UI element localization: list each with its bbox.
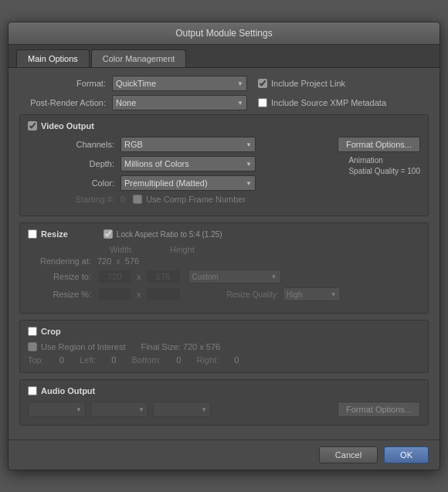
format-select-wrapper: QuickTime (112, 76, 247, 91)
lock-aspect-checkbox-label: Lock Aspect Ratio to 5:4 (1.25) (104, 229, 222, 239)
starting-value: 0 (120, 195, 125, 204)
rendering-at-row: Rendering at: 720 x 576 (28, 256, 420, 266)
crop-top-value: 0 (59, 355, 64, 365)
cancel-button[interactable]: Cancel (319, 446, 378, 463)
format-select[interactable]: QuickTime (112, 76, 247, 91)
animation-info-line1: Animation (348, 155, 420, 166)
crop-left-label: Left: (80, 355, 96, 365)
include-project-link-checkbox[interactable] (258, 79, 267, 88)
final-size-label: Final Size: 720 x 576 (141, 342, 220, 351)
color-select-wrapper: Premultiplied (Matted) (120, 175, 256, 191)
channels-row: Channels: RGB (28, 137, 338, 152)
resize-quality-label: Resize Quality: (227, 290, 279, 299)
resize-to-row: Resize to: x Custom (28, 270, 420, 283)
crop-title: Crop (41, 327, 61, 336)
include-xmp-checkbox[interactable] (258, 98, 267, 107)
post-render-select[interactable]: None (112, 95, 247, 110)
post-render-label: Post-Render Action: (19, 98, 112, 107)
video-output-checkbox-label[interactable]: Video Output (28, 121, 94, 131)
tabs-bar: Main Options Color Management (8, 45, 440, 68)
audio-controls-row: Format Options... (28, 402, 420, 417)
channels-label: Channels: (28, 140, 120, 149)
channels-select-wrapper: RGB (120, 137, 256, 152)
lock-aspect-label: Lock Aspect Ratio to 5:4 (1.25) (117, 230, 222, 239)
depth-label: Depth: (28, 159, 120, 168)
audio-output-checkbox-label[interactable]: Audio Output (28, 386, 95, 395)
width-col-header: Width (97, 245, 144, 254)
audio-select-1-wrapper (28, 402, 86, 417)
crop-checkbox-label[interactable]: Crop (28, 327, 61, 336)
dialog-footer: Cancel OK (8, 439, 440, 470)
resize-title: Resize (41, 229, 68, 239)
video-output-section: Video Output Channels: RGB (19, 114, 429, 216)
use-roi-checkbox-label: Use Region of Interest (28, 342, 125, 351)
video-left-col: Channels: RGB Depth: Millions of Colors (28, 137, 338, 208)
resize-fields: Width Height Rendering at: 720 x 576 Res… (28, 245, 420, 301)
crop-bottom-label: Bottom: (131, 355, 161, 365)
format-row: Format: QuickTime Include Project Link (19, 76, 429, 91)
video-fields-row: Channels: RGB Depth: Millions of Colors (28, 137, 420, 208)
ok-button[interactable]: OK (384, 446, 429, 463)
video-output-checkbox[interactable] (28, 121, 37, 131)
use-comp-frame-label: Use Comp Frame Number (133, 195, 246, 204)
resize-pct-label: Resize %: (28, 290, 97, 299)
tab-main-options[interactable]: Main Options (16, 49, 90, 67)
resize-to-height-input (146, 270, 181, 283)
rendering-width: 720 (97, 256, 111, 266)
resize-pct-width-input (97, 287, 132, 301)
resize-type-select: Custom (188, 270, 281, 283)
depth-select[interactable]: Millions of Colors (120, 156, 256, 171)
include-project-link-checkbox-label[interactable]: Include Project Link (258, 79, 345, 88)
resize-pct-height-input (146, 287, 181, 301)
resize-pct-row: Resize %: x Resize Quality: High (28, 287, 420, 301)
resize-pct-x-sep: x (137, 290, 141, 299)
format-label: Format: (19, 79, 112, 88)
audio-select-2-wrapper (90, 402, 148, 417)
color-select[interactable]: Premultiplied (Matted) (120, 175, 256, 191)
depth-select-wrapper: Millions of Colors (120, 156, 256, 171)
animation-info: Animation Spatial Quality = 100 (348, 155, 420, 177)
audio-output-checkbox[interactable] (28, 386, 37, 395)
resize-quality-select: High (283, 287, 341, 301)
post-render-row: Post-Render Action: None Include Source … (19, 95, 429, 110)
animation-info-line2: Spatial Quality = 100 (348, 166, 420, 177)
resize-quality-select-wrapper: High (283, 287, 341, 301)
channels-select[interactable]: RGB (120, 137, 256, 152)
crop-values-row: Top: 0 Left: 0 Bottom: 0 Right: 0 (28, 355, 420, 365)
rendering-x-sep: x (116, 256, 120, 266)
audio-select-3-wrapper (153, 402, 211, 417)
main-content: Format: QuickTime Include Project Link P… (8, 68, 440, 439)
video-right-col: Format Options... Animation Spatial Qual… (338, 137, 420, 177)
resize-checkbox[interactable] (28, 229, 37, 239)
output-module-dialog: Output Module Settings Main Options Colo… (8, 22, 440, 470)
audio-select-3 (153, 402, 211, 417)
use-roi-label: Use Region of Interest (41, 342, 125, 351)
lock-aspect-checkbox (104, 229, 113, 239)
starting-label: Starting #: (28, 195, 120, 204)
crop-section: Crop Use Region of Interest Final Size: … (19, 320, 429, 373)
audio-output-header: Audio Output (28, 386, 420, 395)
color-label: Color: (28, 178, 120, 188)
resize-to-label: Resize to: (28, 272, 97, 281)
audio-select-1 (28, 402, 86, 417)
crop-header: Crop (28, 327, 420, 336)
tab-color-management[interactable]: Color Management (91, 49, 187, 67)
format-options-button[interactable]: Format Options... (338, 137, 420, 152)
resize-checkbox-label[interactable]: Resize (28, 229, 68, 239)
audio-format-options-button: Format Options... (338, 402, 420, 417)
color-row: Color: Premultiplied (Matted) (28, 175, 338, 191)
crop-right-label: Right: (196, 355, 219, 365)
audio-output-title: Audio Output (41, 386, 95, 395)
resize-to-width-input (97, 270, 132, 283)
crop-checkbox[interactable] (28, 327, 37, 336)
video-output-header: Video Output (28, 121, 420, 131)
height-col-header: Height (159, 245, 205, 254)
depth-row: Depth: Millions of Colors (28, 156, 338, 171)
include-xmp-checkbox-label[interactable]: Include Source XMP Metadata (258, 98, 386, 107)
starting-row: Starting #: 0 Use Comp Frame Number (28, 195, 338, 204)
audio-output-section: Audio Output Format Options... (19, 379, 429, 426)
post-render-select-wrapper: None (112, 95, 247, 110)
use-roi-checkbox (28, 342, 37, 351)
resize-to-x-sep: x (137, 272, 141, 281)
crop-top-label: Top: (28, 355, 44, 365)
